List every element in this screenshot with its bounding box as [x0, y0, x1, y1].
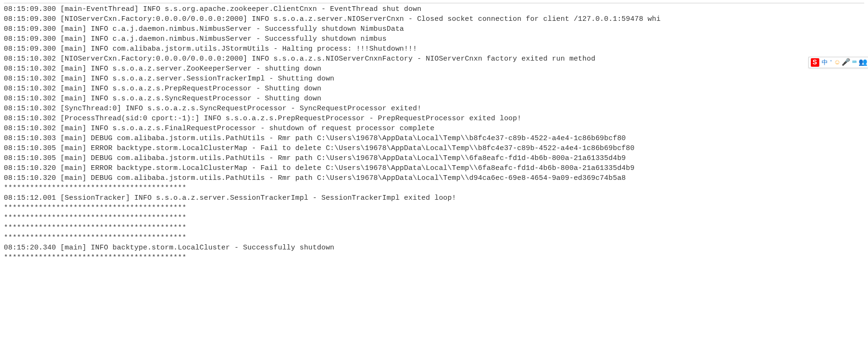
log-line: 08:15:10.320 [main] ERROR backtype.storm…	[4, 163, 864, 173]
log-line: 08:15:12.001 [SessionTracker] INFO s.s.o…	[4, 193, 864, 203]
ime-toolbar[interactable]: S 中 ' ☺ 🎤 ⌨ 👥	[808, 57, 868, 68]
log-line: 08:15:20.340 [main] INFO backtype.storm.…	[4, 243, 864, 253]
log-line: 08:15:09.300 [NIOServerCxn.Factory:0.0.0…	[4, 14, 864, 24]
log-line: 08:15:10.305 [main] DEBUG com.alibaba.js…	[4, 153, 864, 163]
user-icon[interactable]: 👥	[859, 59, 866, 66]
sogou-logo-icon[interactable]: S	[811, 58, 819, 67]
log-line: 08:15:09.300 [main] INFO c.a.j.daemon.ni…	[4, 34, 864, 44]
log-line: ****************************************…	[4, 253, 864, 263]
log-line: 08:15:09.300 [main] INFO com.alibaba.jst…	[4, 44, 864, 54]
log-line: 08:15:10.303 [main] DEBUG com.alibaba.js…	[4, 133, 864, 143]
log-line: ****************************************…	[4, 223, 864, 233]
log-line: ****************************************…	[4, 233, 864, 243]
log-line: 08:15:10.302 [main] INFO s.s.o.a.z.serve…	[4, 64, 864, 74]
microphone-icon[interactable]: 🎤	[842, 59, 849, 66]
log-line: 08:15:09.300 [main] INFO c.a.j.daemon.ni…	[4, 24, 864, 34]
log-line: 08:15:10.302 [main] INFO s.s.o.a.z.s.Pre…	[4, 84, 864, 94]
ime-punctuation-toggle[interactable]: '	[830, 58, 832, 67]
ime-language-toggle[interactable]: 中	[821, 58, 828, 67]
log-line: 08:15:10.320 [main] DEBUG com.alibaba.js…	[4, 173, 864, 183]
log-line: 08:15:10.302 [main] INFO s.s.o.a.z.s.Fin…	[4, 124, 864, 133]
log-line: 08:15:09.300 [main-EventThread] INFO s.s…	[4, 4, 864, 14]
log-line: 08:15:10.302 [NIOServerCxn.Factory:0.0.0…	[4, 54, 864, 64]
smile-icon[interactable]: ☺	[834, 59, 841, 66]
log-line: ****************************************…	[4, 203, 864, 213]
keyboard-icon[interactable]: ⌨	[851, 59, 858, 66]
log-output-panel: 08:15:09.300 [main-EventThread] INFO s.s…	[4, 3, 864, 263]
log-line: 08:15:10.302 [main] INFO s.s.o.a.z.serve…	[4, 74, 864, 84]
log-line: 08:15:10.305 [main] ERROR backtype.storm…	[4, 143, 864, 153]
log-line: ****************************************…	[4, 213, 864, 223]
log-line: 08:15:10.302 [main] INFO s.s.o.a.z.s.Syn…	[4, 94, 864, 104]
log-line: ****************************************…	[4, 183, 864, 193]
log-line: 08:15:10.302 [SyncThread:0] INFO s.s.o.a…	[4, 104, 864, 114]
log-line: 08:15:10.302 [ProcessThread(sid:0 cport:…	[4, 114, 864, 124]
